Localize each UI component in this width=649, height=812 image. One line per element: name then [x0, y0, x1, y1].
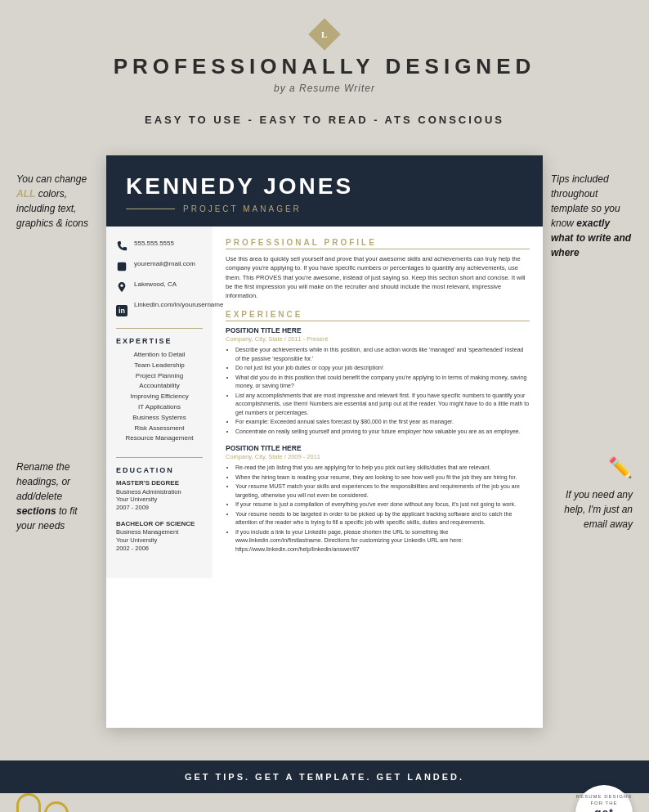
resume-sidebar: 555.555.5555 youremail@mail.com — [106, 227, 213, 578]
badge-small-text: RESUME DESIGNS FOR THE — [575, 793, 633, 807]
edu-school: Your University — [116, 496, 203, 504]
paper-clip-2 — [44, 801, 69, 812]
job-company: Company, City, State / 2011 - Present — [226, 335, 530, 343]
bullet-item: Your resume needs to be targeted in orde… — [235, 510, 530, 527]
resume-main: PROFESSIONAL PROFILE Use this area to qu… — [213, 227, 543, 578]
education-list: MASTER'S DEGREE Business Administration … — [116, 479, 203, 552]
bottom-tagline: GET TIPS. GET A TEMPLATE. GET LANDED. — [16, 772, 633, 782]
sidebar-divider-1 — [116, 328, 203, 329]
badge-large-text: get — [594, 806, 614, 812]
contact-linkedin: in LinkedIn.com/in/yourusername — [116, 301, 203, 315]
job-title: POSITION TITLE HERE — [226, 326, 530, 334]
paper-clip-1 — [16, 793, 41, 812]
edu-degree: BACHELOR OF SCIENCE — [116, 520, 203, 528]
edu-school: Your University — [116, 536, 203, 545]
bullet-item: When the hiring team is reading your res… — [235, 473, 530, 482]
skill-item: Team Leadership — [116, 361, 203, 371]
bottom-decoration: RESUME DESIGNS FOR THE get LANDED — [0, 793, 649, 812]
right-annotation-bottom-text: If you need any help, I'm just an email … — [551, 487, 633, 532]
edu-item: MASTER'S DEGREE Business Administration … — [116, 479, 203, 512]
bullet-item: Re-read the job listing that you are app… — [235, 464, 530, 473]
content-area: You can change ALL colors, including tex… — [0, 147, 649, 744]
experience-section-title: EXPERIENCE — [226, 310, 530, 321]
left-annotation: You can change ALL colors, including tex… — [16, 155, 106, 533]
location-text: Lakewood, CA — [134, 280, 177, 289]
edu-field: Business Administration — [116, 488, 203, 496]
skill-item: Attention to Detail — [116, 350, 203, 361]
profile-content: Use this area to quickly sell yourself a… — [226, 254, 530, 300]
resume-body: 555.555.5555 youremail@mail.com — [106, 227, 543, 578]
linkedin-text: LinkedIn.com/in/yourusername — [134, 301, 223, 309]
phone-icon — [116, 240, 129, 253]
profile-section-title: PROFESSIONAL PROFILE — [226, 238, 530, 249]
main-title: PROFESSIONALLY DESIGNED — [16, 54, 633, 79]
skill-item: Risk Assessment — [116, 424, 203, 434]
job-bullets: Describe your achievements while in this… — [226, 346, 530, 436]
bullet-item: If your resume is just a compilation of … — [235, 500, 530, 509]
education-section: EDUCATION MASTER'S DEGREE Business Admin… — [116, 466, 203, 552]
bullet-item: List any accomplishments that are most i… — [235, 392, 530, 418]
edu-item: BACHELOR OF SCIENCE Business Management … — [116, 520, 203, 553]
bottom-bar: GET TIPS. GET A TEMPLATE. GET LANDED. — [0, 760, 649, 793]
right-annotation: Tips included throughout template so you… — [543, 155, 633, 532]
resume-card: KENNEDY JONES PROJECT MANAGER — [106, 155, 543, 728]
bullet-item: Describe your achievements while in this… — [235, 346, 530, 363]
expertise-title: EXPERTISE — [116, 337, 203, 345]
sub-title: by a Resume Writer — [16, 83, 633, 94]
job-bullets: Re-read the job listing that you are app… — [226, 464, 530, 554]
skill-item: Business Systems — [116, 413, 203, 424]
location-icon — [116, 281, 129, 294]
edu-years: 2007 - 2009 — [116, 504, 203, 512]
jobs-list: POSITION TITLE HERE Company, City, State… — [226, 326, 530, 554]
resume-title-bar: PROJECT MANAGER — [126, 204, 523, 213]
skill-item: Resource Management — [116, 433, 203, 444]
edu-degree: MASTER'S DEGREE — [116, 479, 203, 487]
right-annotation-top: Tips included throughout template so you… — [551, 172, 633, 260]
left-annotation-top: You can change ALL colors, including tex… — [16, 172, 98, 231]
resume-name: KENNEDY JONES — [126, 173, 523, 200]
top-header: L PROFESSIONALLY DESIGNED by a Resume Wr… — [0, 0, 649, 147]
resume-header: KENNEDY JONES PROJECT MANAGER — [106, 155, 543, 227]
bullet-item: Your resume MUST match your skills and e… — [235, 482, 530, 500]
job-title: POSITION TITLE HERE — [226, 444, 530, 452]
contact-phone: 555.555.5555 — [116, 240, 203, 253]
right-annotation-bottom: ✏️ If you need any help, I'm just an ema… — [551, 456, 633, 532]
bullet-item: Do not just list your job duties or copy… — [235, 364, 530, 373]
edu-field: Business Management — [116, 528, 203, 536]
contact-location: Lakewood, CA — [116, 280, 203, 294]
job-entry: POSITION TITLE HERE Company, City, State… — [226, 326, 530, 436]
skill-item: IT Applications — [116, 402, 203, 413]
bullet-item: For example: Exceeded annual sales forec… — [235, 418, 530, 427]
skill-item: Project Planning — [116, 371, 203, 382]
resume-position: PROJECT MANAGER — [183, 204, 302, 213]
page-wrapper: L PROFESSIONALLY DESIGNED by a Resume Wr… — [0, 0, 649, 812]
gold-line — [126, 209, 175, 209]
email-text: youremail@mail.com — [134, 260, 195, 268]
skill-item: Accountability — [116, 381, 203, 392]
contact-section: 555.555.5555 youremail@mail.com — [116, 240, 203, 315]
tagline: EASY TO USE - EASY TO READ - ATS CONSCIO… — [16, 105, 633, 134]
bullet-item: What did you do in this position that co… — [235, 374, 530, 391]
skills-list: Attention to DetailTeam LeadershipProjec… — [116, 350, 203, 444]
logo-diamond: L — [308, 18, 341, 51]
skill-item: Improving Efficiency — [116, 392, 203, 402]
bullet-item: Concentrate on really selling yourself a… — [235, 428, 530, 437]
contact-email: youremail@mail.com — [116, 260, 203, 274]
sidebar-divider-2 — [116, 457, 203, 458]
left-annotation-bottom: Rename the headings, or add/delete secti… — [16, 460, 98, 533]
pencil-icon: ✏️ — [551, 456, 633, 479]
phone-text: 555.555.5555 — [134, 240, 174, 248]
linkedin-icon: in — [116, 302, 129, 315]
job-company: Company, City, State / 2009 - 2011 — [226, 453, 530, 460]
education-title: EDUCATION — [116, 466, 203, 474]
bullet-item: If you include a link to your LinkedIn p… — [235, 528, 530, 554]
expertise-section: EXPERTISE Attention to DetailTeam Leader… — [116, 337, 203, 444]
edu-years: 2002 - 2006 — [116, 545, 203, 553]
paper-clips — [16, 793, 69, 812]
job-entry: POSITION TITLE HERE Company, City, State… — [226, 444, 530, 554]
email-icon — [116, 261, 129, 274]
